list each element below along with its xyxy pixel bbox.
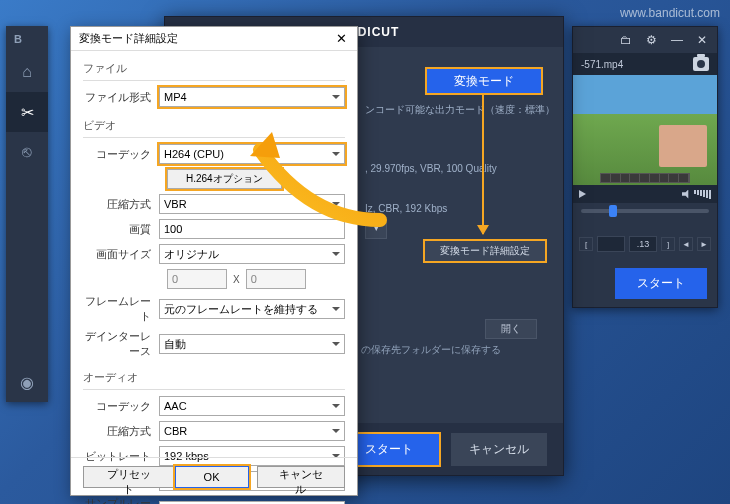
trim-prev-icon[interactable]: ◄ [679,237,693,251]
gear-icon[interactable]: ⚙ [646,33,657,47]
play-bar [573,185,717,203]
trim-start-btn[interactable]: [ [579,237,593,251]
label-samplerate: サンプルレート [83,496,159,504]
group-audio: オーディオ [83,364,345,388]
open-button[interactable]: 開く [485,319,537,339]
group-file: ファイル [83,55,345,79]
rail-brand: B [6,26,48,52]
folder-icon[interactable]: 🗀 [620,33,632,47]
select-deinterlace[interactable]: 自動 [159,334,345,354]
dim-x: X [233,274,240,285]
trim-end-btn[interactable]: ] [661,237,675,251]
label-acompress: 圧縮方式 [83,424,159,439]
detail-settings-button[interactable]: 変換モード詳細設定 [423,239,547,263]
group-video: ビデオ [83,112,345,136]
select-acodec[interactable]: AAC [159,396,345,416]
left-rail: B ⌂ ✂ ⎋ ◉ [6,26,48,402]
volume-control[interactable] [682,190,711,199]
rail-record-icon[interactable]: ◉ [6,362,48,402]
scrub-knob[interactable] [609,205,617,217]
rail-home-icon[interactable]: ⌂ [6,52,48,92]
preview-filename-row: -571.mp4 [573,53,717,75]
encode-note: ンコード可能な出力モード（速度：標準） [365,103,555,117]
preview-panel: 🗀 ⚙ — ✕ -571.mp4 [ ] ◄ ► スタート [572,26,718,308]
dialog-close-icon[interactable]: ✕ [333,31,349,47]
minimize-icon[interactable]: — [671,33,683,47]
input-height[interactable] [246,269,306,289]
trim-row: [ ] ◄ ► [573,231,717,257]
input-quality[interactable] [159,219,345,239]
watermark: www.bandicut.com [620,6,720,20]
main-cancel-button[interactable]: キャンセル [451,433,547,466]
play-icon[interactable] [579,190,586,198]
dropdown-stub[interactable]: ▾ [365,217,387,239]
preview-start-button[interactable]: スタート [615,268,707,299]
thumb-object [659,125,707,167]
dialog-body: ファイル ファイル形式 MP4 ビデオ コーデック H264 (CPU) H.2… [71,51,357,504]
close-icon[interactable]: ✕ [697,33,707,47]
select-codec[interactable]: H264 (CPU) [159,144,345,164]
preview-filename: -571.mp4 [581,59,623,70]
trim-start-input[interactable] [597,236,625,252]
label-acodec: コーデック [83,399,159,414]
label-compress: 圧縮方式 [83,197,159,212]
camera-icon[interactable] [693,57,709,71]
video-thumbnail[interactable] [573,75,717,185]
arrow-down [482,94,484,234]
select-size[interactable]: オリジナル [159,244,345,264]
audio-info: Iz, CBR, 192 Kbps [365,203,447,214]
select-acompress[interactable]: CBR [159,421,345,441]
trim-next-icon[interactable]: ► [697,237,711,251]
select-framerate[interactable]: 元のフレームレートを維持する [159,299,345,319]
cancel-button[interactable]: キャンセル [257,466,346,488]
preview-footer: スタート [573,257,717,307]
rail-cut-icon[interactable]: ✂ [6,92,48,132]
label-deinterlace: デインターレース [83,329,159,359]
select-compress[interactable]: VBR [159,194,345,214]
trim-end-input[interactable] [629,236,657,252]
preset-button[interactable]: プリセット [83,466,175,488]
scrub-bar[interactable] [573,203,717,231]
input-width[interactable] [167,269,227,289]
thumb-hotbar [600,173,690,183]
label-size: 画面サイズ [83,247,159,262]
convert-mode-button[interactable]: 変換モード [425,67,543,95]
volume-icon [682,190,691,199]
rail-join-icon[interactable]: ⎋ [6,132,48,172]
label-framerate: フレームレート [83,294,159,324]
select-filetype[interactable]: MP4 [159,87,345,107]
h264-options-button[interactable]: H.264オプション [167,169,282,189]
save-note: の保存先フォルダーに保存する [361,343,501,357]
label-filetype: ファイル形式 [83,90,159,105]
dialog-titlebar: 変換モード詳細設定 ✕ [71,27,357,51]
video-info: , 29.970fps, VBR, 100 Quality [365,163,497,174]
label-quality: 画質 [83,222,159,237]
dialog-footer: プリセット OK キャンセル [71,457,357,495]
settings-dialog: 変換モード詳細設定 ✕ ファイル ファイル形式 MP4 ビデオ コーデック H2… [70,26,358,496]
ok-button[interactable]: OK [175,466,249,488]
dialog-title: 変換モード詳細設定 [79,31,178,46]
label-codec: コーデック [83,147,159,162]
preview-toolbar: 🗀 ⚙ — ✕ [573,27,717,53]
